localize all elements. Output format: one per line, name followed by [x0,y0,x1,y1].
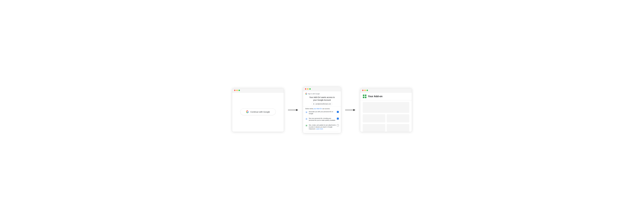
google-btn-label: Continue with Google [250,111,270,113]
svg-rect-13 [363,97,364,98]
svg-point-3 [306,112,306,112]
arrow-1 [288,108,299,112]
addon-link[interactable]: your Add-On [314,108,322,109]
permission-item-1: Associate you with your personal info on… [305,111,339,116]
svg-rect-7 [306,126,306,126]
addon-card-1 [363,114,385,123]
dot-yellow-1 [236,90,238,91]
svg-marker-10 [353,109,355,111]
addon-bottom-cards [360,124,412,132]
dot-red-3 [362,90,364,91]
oauth-header: Sign in with Google Your Add-On! wants a… [303,91,341,106]
addon-window-body: Your Add-on [360,92,412,131]
continue-with-google-button[interactable]: Continue with Google [240,108,276,115]
sign-in-with-google-label: Sign in with Google [308,93,320,94]
google-small-icon [305,93,307,95]
svg-point-4 [306,119,306,119]
addon-content-area [360,100,412,124]
browser-toolbar-1 [232,88,284,92]
arrow-1-svg [288,108,299,112]
window-1-body: Continue with Google [232,92,284,131]
perm-text-2: See your personal info, including any pe… [309,118,336,121]
browser-toolbar-2 [303,87,341,91]
dot-yellow-3 [364,90,366,91]
browser-toolbar-3 [360,88,412,92]
browser-window-1: Continue with Google [232,88,284,132]
addon-title: Your Add-on [368,95,382,98]
perm-icon-2 [305,118,308,120]
dot-red-1 [234,90,236,91]
oauth-select-text: Select what your Add-On can access [305,108,339,109]
permission-item-3: See, create, and update its own attachme… [305,124,339,132]
addon-bottom-card-2 [387,124,409,132]
svg-rect-5 [306,125,306,126]
addon-logo-icon [363,94,366,98]
svg-rect-12 [365,94,366,96]
perm-checkbox-3[interactable] [337,124,339,126]
svg-rect-14 [365,97,366,98]
arrow-2-svg [345,108,356,112]
learn-more-link[interactable]: Learn more [316,128,323,130]
addon-bottom-card-1 [363,124,385,132]
svg-rect-8 [306,126,307,126]
user-avatar-icon [313,103,315,105]
svg-marker-1 [296,109,298,111]
oauth-permissions-body: Select what your Add-On can access Assoc… [303,106,341,132]
user-email: user@schoolDomain.com [315,103,331,105]
perm-text-1: Associate you with your personal info on… [309,111,336,115]
svg-point-2 [314,103,314,104]
perm-checkbox-1[interactable] [337,111,339,113]
addon-wide-card [363,102,409,113]
addon-card-2 [387,114,409,123]
addon-header: Your Add-on [360,92,412,100]
oauth-header-top: Sign in with Google [305,93,339,95]
browser-window-2: Sign in with Google Your Add-On! wants a… [303,87,341,133]
perm-checkbox-2[interactable] [337,118,339,120]
perm-icon-1 [305,111,308,114]
dot-green-2 [309,88,311,90]
dot-green-3 [366,90,368,91]
arrow-2 [345,108,356,112]
oauth-user-badge: user@schoolDomain.com [312,102,332,105]
perm-icon-3 [305,124,308,127]
google-g-icon [246,111,249,113]
dot-yellow-2 [307,88,308,90]
svg-rect-6 [306,125,307,126]
oauth-body-container: Sign in with Google Your Add-On! wants a… [303,91,341,132]
dot-red-2 [305,88,306,90]
browser-window-3: Your Add-on [360,88,412,132]
permission-item-2: See your personal info, including any pe… [305,118,339,123]
dot-green-1 [238,90,240,91]
svg-rect-11 [363,94,364,96]
perm-text-3: See, create, and update its own attachme… [309,124,336,130]
flow-container: Continue with Google [227,87,417,133]
oauth-title: Your Add-On! wants access to your Google… [305,96,339,101]
